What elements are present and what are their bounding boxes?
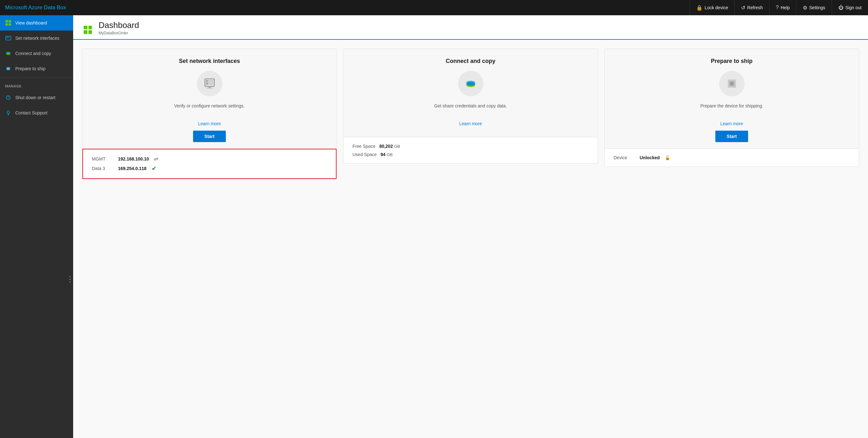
sidebar-ship-label: Prepare to ship: [15, 66, 45, 71]
ship-card-description: Prepare the device for shipping.: [701, 103, 763, 116]
svg-rect-3: [8, 23, 11, 26]
page-subtitle: MyDataBoxOrder: [99, 31, 139, 35]
app-title: Microsoft Azure Data Box: [5, 4, 66, 11]
sidebar-item-shutdown[interactable]: Shut down or restart: [0, 90, 73, 105]
network-info-data3: Data 3 169.254.0.118 ✔: [92, 165, 327, 172]
network-learn-more-link[interactable]: Learn more: [198, 121, 221, 126]
svg-rect-18: [209, 80, 213, 82]
topbar: Microsoft Azure Data Box 🔒 Lock device ↺…: [0, 0, 868, 15]
sign-out-button[interactable]: ⏻ Sign out: [832, 0, 868, 15]
svg-rect-5: [6, 37, 8, 38]
sidebar-item-support[interactable]: Contact Support: [0, 105, 73, 121]
svg-rect-2: [5, 23, 8, 26]
collapse-dot-1: [69, 276, 71, 277]
help-label: Help: [780, 5, 790, 10]
settings-gear-icon: ⚙: [803, 5, 807, 11]
svg-rect-19: [209, 82, 213, 85]
sidebar-collapse-area: [0, 121, 73, 438]
power-icon: ⏻: [838, 5, 843, 10]
ship-card-icon: [724, 76, 739, 91]
sidebar-network-label: Set network interfaces: [15, 36, 60, 41]
collapse-dot-3: [69, 281, 71, 282]
collapse-dot-2: [69, 279, 71, 280]
ship-card-top: Prepare to ship Prepare the device for s…: [604, 49, 859, 149]
refresh-button[interactable]: ↺ Refresh: [735, 0, 769, 15]
refresh-label: Refresh: [747, 5, 763, 10]
device-value: Unlocked: [640, 155, 660, 160]
used-space-unit: GB: [387, 152, 393, 157]
ship-learn-more-link[interactable]: Learn more: [720, 121, 743, 126]
copy-info-used: Used Space 94 GB: [352, 152, 589, 157]
network-card-description: Verify or configure network settings.: [174, 103, 245, 116]
ship-start-button[interactable]: Start: [715, 131, 748, 142]
used-space-label: Used Space: [352, 152, 377, 157]
used-space-value: 94 GB: [380, 152, 393, 157]
copy-learn-more-link[interactable]: Learn more: [459, 121, 482, 126]
sidebar-manage-section: MANAGE: [0, 79, 73, 90]
page-header: Dashboard MyDataBoxOrder: [73, 15, 868, 40]
device-lock-status-icon: 🔓: [665, 155, 670, 160]
copy-card-top: Connect and copy Get share credentials a…: [343, 49, 598, 137]
ship-info-device: Device Unlocked 🔓: [614, 155, 850, 160]
svg-rect-17: [206, 82, 208, 85]
sidebar-collapse-handle[interactable]: [68, 274, 72, 285]
svg-rect-0: [5, 20, 8, 23]
sidebar-divider: [0, 77, 73, 78]
sidebar-support-label: Contact Support: [15, 110, 48, 115]
sidebar-item-copy[interactable]: Connect and copy: [0, 46, 73, 61]
network-card: Set network interfaces Verify or conf: [82, 48, 337, 179]
sidebar-item-dashboard[interactable]: View dashboard: [0, 15, 73, 31]
free-space-label: Free Space: [352, 144, 375, 149]
svg-rect-11: [7, 68, 9, 70]
ship-card-bottom: Device Unlocked 🔓: [604, 149, 859, 167]
dashboard-icon: [5, 20, 11, 26]
copy-card-icon: [463, 76, 478, 91]
support-icon: [5, 110, 11, 116]
sidebar-item-network[interactable]: Set network interfaces: [0, 31, 73, 46]
shutdown-icon: [5, 94, 11, 101]
copy-card-description: Get share credentials and copy data.: [434, 103, 507, 116]
device-label: Device: [614, 155, 636, 160]
data3-status-icon: ✔: [152, 165, 156, 172]
page-header-text: Dashboard MyDataBoxOrder: [99, 20, 139, 39]
svg-rect-14: [8, 114, 9, 115]
svg-rect-1: [8, 20, 11, 23]
ship-icon: [5, 65, 11, 72]
sidebar: View dashboard Set network interfaces: [0, 15, 73, 438]
copy-icon: [5, 50, 11, 57]
settings-button[interactable]: ⚙ Settings: [796, 0, 832, 15]
topbar-actions: 🔒 Lock device ↺ Refresh ? Help ⚙ Setting…: [689, 0, 868, 15]
copy-card-icon-circle: [458, 71, 484, 96]
main-layout: View dashboard Set network interfaces: [0, 15, 868, 438]
network-card-bottom: MGMT 192.168.100.10 ⇄ Data 3 169.254.0.1…: [82, 149, 337, 179]
lock-icon: 🔒: [696, 5, 703, 11]
copy-card-bottom: Free Space 80,202 GB Used Space 94 GB: [343, 137, 598, 163]
mgmt-label: MGMT: [92, 157, 114, 162]
main-content: Dashboard MyDataBoxOrder Set network int…: [73, 15, 868, 438]
lock-device-button[interactable]: 🔒 Lock device: [689, 0, 735, 15]
svg-rect-20: [209, 87, 211, 88]
network-icon: [5, 35, 11, 41]
page-header-icon: [82, 24, 94, 36]
lock-device-label: Lock device: [705, 5, 728, 10]
help-button[interactable]: ? Help: [769, 0, 796, 15]
ship-card: Prepare to ship Prepare the device for s…: [604, 48, 859, 167]
svg-point-9: [6, 53, 10, 55]
network-info-mgmt: MGMT 192.168.100.10 ⇄: [92, 156, 327, 162]
network-card-top: Set network interfaces Verify or conf: [82, 49, 337, 149]
page-title: Dashboard: [99, 20, 139, 30]
svg-rect-21: [207, 88, 213, 88]
network-card-title: Set network interfaces: [179, 58, 240, 65]
network-start-button[interactable]: Start: [193, 131, 226, 142]
network-card-icon: [202, 76, 217, 91]
free-space-unit: GB: [394, 144, 400, 149]
free-space-value: 80,202 GB: [379, 144, 400, 149]
data3-label: Data 3: [92, 166, 114, 171]
sidebar-shutdown-label: Shut down or restart: [15, 95, 55, 100]
sidebar-copy-label: Connect and copy: [15, 51, 51, 56]
copy-info-free: Free Space 80,202 GB: [352, 144, 589, 149]
refresh-icon: ↺: [741, 5, 745, 11]
sidebar-item-ship[interactable]: Prepare to ship: [0, 61, 73, 76]
mgmt-status-icon: ⇄: [154, 156, 158, 162]
copy-card-title: Connect and copy: [445, 58, 495, 65]
